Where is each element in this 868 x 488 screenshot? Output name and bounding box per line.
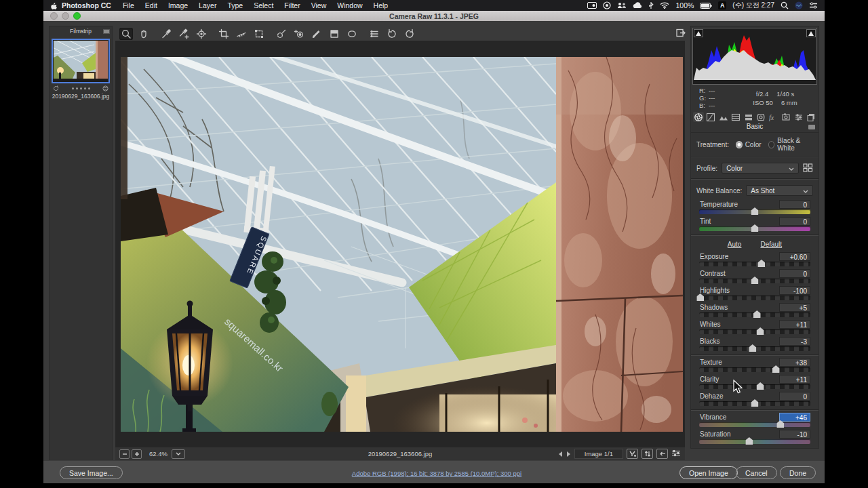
slider-thumb[interactable] [751,207,759,215]
slider-value[interactable]: -10 [779,430,810,439]
spotlight-icon[interactable] [781,1,789,9]
slider-thumb[interactable] [751,277,759,284]
app-menu[interactable]: Photoshop CC [62,1,111,9]
slider-thumb[interactable] [757,382,764,390]
menu-layer[interactable]: Layer [199,1,216,9]
slider-thumb[interactable] [751,224,759,232]
slider-track[interactable] [699,439,810,444]
slider-track[interactable] [699,401,810,406]
white-balance-tool[interactable] [159,28,173,40]
spot-removal-tool[interactable] [275,28,288,40]
auto-link[interactable]: Auto [728,241,742,248]
filmstrip-thumbnail[interactable] [52,39,110,83]
slider-track[interactable] [699,367,810,372]
treatment-bw-label[interactable]: Black & White [777,137,813,152]
white-balance-select[interactable]: As Shot [746,185,813,196]
highlight-clipping-indicator[interactable] [806,29,816,37]
slider-thumb[interactable] [751,399,759,407]
menu-help[interactable]: Help [374,1,389,9]
slider-track[interactable] [699,296,810,300]
treatment-bw-radio[interactable] [768,141,775,148]
crop-tool[interactable] [217,28,231,40]
tab-snapshots[interactable] [806,112,817,122]
zoom-level-value[interactable]: 62.4% [149,450,167,458]
slider-thumb[interactable] [772,365,780,373]
menu-type[interactable]: Type [227,1,243,9]
color-sampler-tool[interactable] [177,28,191,40]
tab-tone-curve[interactable] [706,112,717,122]
rotate-right-button[interactable] [403,28,416,40]
previous-image-button[interactable] [558,451,563,457]
menu-view[interactable]: View [311,1,327,9]
next-image-button[interactable] [566,451,571,457]
image-canvas[interactable]: squaremall.co.kr SQUARE [115,41,685,447]
tab-effects[interactable]: fx [768,112,779,122]
slider-thumb[interactable] [757,327,764,335]
fullscreen-toggle-icon[interactable] [675,28,686,41]
slider-track[interactable] [699,346,810,351]
slider-value[interactable]: 0 [779,269,810,278]
menu-file[interactable]: File [123,1,134,9]
targeted-adjustment-tool[interactable] [195,28,208,40]
slider-track[interactable] [699,279,810,283]
panel-menu-icon[interactable] [808,125,815,129]
slider-thumb[interactable] [745,437,753,445]
swap-settings-button[interactable] [642,449,653,459]
tab-calibration[interactable] [781,112,792,122]
slider-track[interactable] [699,329,810,334]
slider-value[interactable]: 0 [779,200,810,209]
straighten-tool[interactable] [235,28,248,40]
slider-value[interactable]: -3 [779,337,810,346]
save-image-button[interactable]: Save Image... [60,466,123,479]
slider-thumb[interactable] [757,260,765,267]
filmstrip-menu-icon[interactable] [103,28,110,35]
done-button[interactable]: Done [780,466,816,479]
slider-track[interactable] [699,209,810,214]
tab-detail[interactable] [718,112,729,122]
siri-icon[interactable] [795,1,803,9]
zoom-in-button[interactable] [132,449,142,459]
cancel-button[interactable]: Cancel [736,466,777,479]
menubar-clock[interactable]: (수) 오전 2:27 [732,1,774,10]
zoom-level-dropdown[interactable] [172,449,185,459]
tab-lens-corrections[interactable] [756,112,767,122]
tab-split-toning[interactable] [743,112,754,122]
tab-presets[interactable] [793,112,804,122]
slider-value[interactable]: 0 [779,392,810,401]
slider-value[interactable]: +46 [779,413,810,422]
copy-settings-button[interactable] [656,449,668,459]
menu-window[interactable]: Window [337,1,362,9]
slider-value[interactable]: 0 [779,217,810,226]
default-link[interactable]: Default [760,241,782,248]
profile-select[interactable]: Color [722,163,799,174]
wifi-icon[interactable] [660,2,669,9]
zoom-tool[interactable] [119,28,133,40]
slider-thumb[interactable] [696,293,704,301]
treatment-color-label[interactable]: Color [745,141,762,148]
red-eye-tool[interactable] [292,28,306,40]
slider-track[interactable] [699,226,810,231]
thumbnail-rating-dots[interactable] [72,87,90,89]
rotate-left-button[interactable] [385,28,399,40]
hand-tool[interactable] [137,28,151,40]
zoom-out-button[interactable] [119,449,130,459]
profile-browser-icon[interactable] [803,163,813,174]
slider-track[interactable] [699,384,810,389]
slider-value[interactable]: +5 [779,303,810,312]
radial-filter-tool[interactable] [345,28,359,40]
menu-select[interactable]: Select [254,1,273,9]
slider-value[interactable]: +11 [779,375,810,384]
menu-filter[interactable]: Filter [284,1,300,9]
preview-preferences-button[interactable] [671,449,681,458]
shadow-clipping-indicator[interactable] [694,29,703,37]
slider-track[interactable] [699,422,810,427]
treatment-color-radio[interactable] [736,141,743,148]
tab-basic[interactable] [693,112,704,122]
window-titlebar[interactable]: Camera Raw 11.3.1 - JPEG [43,11,825,21]
users-icon[interactable] [617,2,627,9]
photo-preview[interactable]: squaremall.co.kr SQUARE [121,57,683,432]
open-image-button[interactable]: Open Image [679,466,738,479]
menu-edit[interactable]: Edit [145,1,157,9]
adjustment-brush-tool[interactable] [310,28,323,40]
control-center-icon[interactable] [809,2,818,9]
